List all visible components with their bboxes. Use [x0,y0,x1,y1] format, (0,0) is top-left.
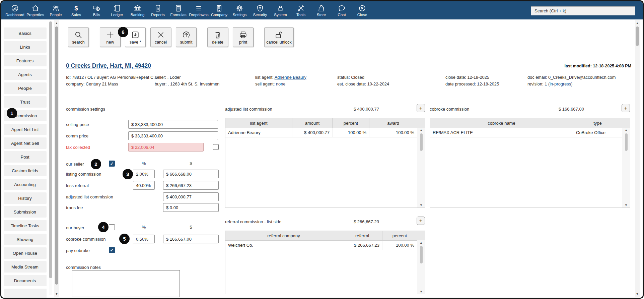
scroll-down-icon[interactable]: ▼ [54,292,59,296]
add-cobroke-button[interactable]: + [622,104,630,112]
tax-collected-checkbox[interactable] [213,144,219,150]
scroll-down-icon[interactable]: ▼ [635,292,640,296]
submit-button[interactable]: submit [176,27,197,47]
seller-text: seller: . Loder [155,74,219,81]
sidebar-item-documents[interactable]: Documents [4,275,47,286]
nav-item-company[interactable]: Company [209,2,229,19]
main-scrollbar-thumb[interactable] [636,26,639,46]
add-referral-button[interactable]: + [417,217,425,225]
listing-commission-percent-input[interactable] [133,170,155,178]
main-scrollbar[interactable]: ▲ ▼ [635,20,640,297]
sidebar-item-agent-net-list[interactable]: Agent Net List [4,124,47,135]
table-row[interactable]: Adrienne Beaury $ 400,000.77 100.00 % 10… [225,128,425,137]
sidebar-item-accounting[interactable]: Accounting [4,179,47,190]
listing-commission-amount-input[interactable] [163,170,219,178]
sidebar-item-basics[interactable]: Basics [4,27,47,39]
global-search-input[interactable] [531,6,635,15]
scroll-up-icon[interactable]: ▲ [54,21,59,25]
sidebar-item-agents[interactable]: Agents [4,69,47,80]
nav-item-security[interactable]: Security [250,2,270,19]
column-header: cobroke name [430,118,573,128]
scroll-up-icon[interactable]: ▲ [625,128,628,132]
table-scrollbar[interactable]: ▲ ▼ [417,128,425,207]
sidebar-item-showing[interactable]: Showing [4,234,47,245]
table-row[interactable]: Weichert Co. $ 266,667.23 100.00 % [225,241,425,250]
delete-button[interactable]: delete [207,27,228,47]
comm-price-input[interactable] [128,131,218,140]
commission-notes-textarea[interactable] [72,270,180,297]
nav-item-system[interactable]: System [270,2,291,19]
scroll-down-icon[interactable]: ▼ [625,203,628,207]
sidebar-item-post[interactable]: Post [4,151,47,163]
sidebar-item-agent-net-sell[interactable]: Agent Net Sell [4,137,47,149]
list-agent-link[interactable]: Adrienne Beaury [275,75,306,80]
sidebar-scrollbar[interactable] [49,21,52,295]
nav-item-reports[interactable]: Reports [148,2,168,19]
content-scrollbar[interactable]: ▲ ▼ [54,20,59,297]
sidebar-item-open-house[interactable]: Open House [4,247,47,259]
tax-collected-input[interactable] [128,143,204,152]
nav-item-chat[interactable]: Chat [332,2,352,19]
table-row[interactable]: RE/MAX ACR ELITE CoBroke Office [430,128,630,137]
nav-item-store[interactable]: Store [311,2,332,19]
sidebar-scrollbar-thumb[interactable] [49,21,52,278]
scroll-up-icon[interactable]: ▲ [635,21,640,25]
less-referral-percent-input[interactable] [133,181,155,190]
nav-item-sales[interactable]: Sales [66,2,86,19]
table-scrollbar-thumb[interactable] [420,133,423,151]
sidebar-item-media-stream[interactable]: Media Stream [4,261,47,273]
sidebar-item-history[interactable]: History [4,192,47,204]
sidebar-item-submission[interactable]: Submission [4,206,47,218]
adjusted-list-commission-input[interactable] [163,192,219,201]
sidebar-item-partial[interactable] [4,289,47,298]
nav-item-banking[interactable]: Banking [127,2,148,19]
nav-item-close[interactable]: Close [352,2,372,19]
table-scrollbar-thumb[interactable] [625,133,628,151]
nav-item-settings[interactable]: Settings [229,2,250,19]
cobroke-commission-percent-input[interactable] [133,235,155,243]
annotation-badge-1: 1 [7,108,17,118]
nav-item-tools[interactable]: Tools [291,2,311,19]
nav-item-ledger[interactable]: Ledger [107,2,127,19]
record-id-text: Id: 78812 / OL / Buyer: AG Personal/Repe… [66,74,157,81]
sidebar-item-links[interactable]: Links [4,41,47,53]
scroll-up-icon[interactable]: ▲ [420,240,423,245]
sidebar-item-trust[interactable]: Trust [4,96,47,108]
trans-fee-input[interactable] [163,203,219,212]
sidebar-item-features[interactable]: Features [4,55,47,66]
info-col-agents: list agent: Adrienne Beaury sell agent: … [255,74,306,87]
scroll-down-icon[interactable]: ▼ [420,289,423,294]
scroll-up-icon[interactable]: ▲ [420,128,423,132]
property-title-link[interactable]: 0 Creeks Drive, Hart, MI, 49420 [66,62,151,69]
checkmark-icon: ✓ [110,248,114,253]
sidebar-item-timeline-tasks[interactable]: Timeline Tasks [4,220,47,231]
cancel-button[interactable]: cancel [150,27,171,47]
nav-item-dashboard[interactable]: Dashboard [5,2,25,19]
new-button[interactable]: new [100,27,121,47]
scroll-down-icon[interactable]: ▼ [420,203,423,207]
our-seller-checkbox[interactable]: ✓ [109,161,115,167]
add-list-agent-button[interactable]: + [417,104,425,112]
sidebar-item-people[interactable]: People [4,82,47,94]
sidebar-item-custom-fields[interactable]: Custom fields [4,165,47,176]
content-scrollbar-thumb[interactable] [55,26,58,285]
cobroke-commission-amount-input[interactable] [163,235,219,243]
table-scrollbar[interactable]: ▲ ▼ [417,240,425,294]
nav-item-formulas[interactable]: Formulas [168,2,189,19]
nav-item-bills[interactable]: Bills [86,2,107,19]
nav-item-dropdowns[interactable]: Dropdowns [189,2,209,19]
nav-item-people[interactable]: People [46,2,66,19]
pay-cobroke-checkbox[interactable]: ✓ [109,247,115,253]
cancel-unlock-button[interactable]: cancel unlock [264,27,294,47]
our-buyer-checkbox[interactable] [109,224,115,230]
table-scrollbar[interactable]: ▲ ▼ [622,128,630,207]
selling-price-input[interactable] [128,120,218,129]
upload-icon [182,30,191,40]
less-referral-amount-input[interactable] [163,181,219,190]
search-button[interactable]: search [68,27,89,47]
nav-item-properties[interactable]: Properties [25,2,46,19]
sell-agent-link[interactable]: none [276,81,285,86]
revision-link[interactable]: 1 (in-progress) [545,81,572,86]
table-scrollbar-thumb[interactable] [420,246,423,263]
print-button[interactable]: print [233,27,254,47]
